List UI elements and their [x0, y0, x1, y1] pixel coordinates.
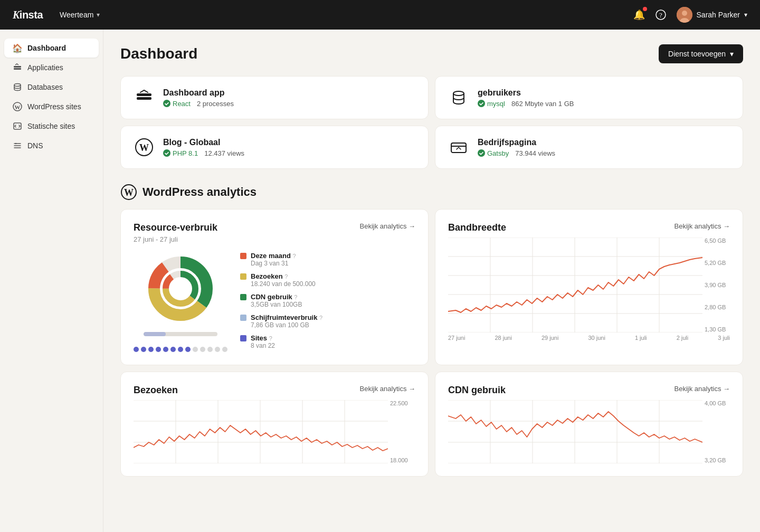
resource-card-header: Resource-verbruik Bekijk analytics →	[134, 222, 415, 233]
bandwidth-chart-area: 6,50 GB 5,20 GB 3,90 GB 2,80 GB 1,30 GB	[448, 238, 730, 332]
sidebar-item-databases[interactable]: Databases	[4, 78, 99, 97]
main-content: Dashboard Dienst toevoegen ▾ Dashboard a…	[103, 30, 760, 532]
sidebar-item-label: Applicaties	[27, 63, 63, 72]
sidebar-item-dashboard[interactable]: 🏠 Dashboard	[4, 39, 99, 58]
x-label: 27 juni	[448, 335, 465, 341]
dot	[163, 347, 168, 352]
legend-list: Deze maand ? Dag 3 van 31 Bezoeken ? 18.…	[240, 252, 415, 349]
dns-icon	[13, 141, 22, 150]
top-navigation: Kinsta Weerteam ▾ 🔔 ? Sarah Parker	[0, 0, 760, 30]
service-name: gebruikers	[478, 88, 730, 98]
db-icon	[448, 87, 469, 108]
legend-item-disk: Schijfruimteverbruik ? 7,86 GB van 100 G…	[240, 314, 415, 329]
visits-chart	[134, 400, 388, 463]
team-selector[interactable]: Weerteam ▾	[60, 11, 100, 19]
page-header: Dashboard Dienst toevoegen ▾	[120, 44, 743, 63]
user-name: Sarah Parker	[697, 11, 740, 19]
avatar	[677, 7, 692, 23]
cdn-y-labels: 4,00 GB 3,20 GB	[702, 400, 730, 463]
service-card-info: Blog - Globaal PHP 8.1 12.437 views	[163, 138, 415, 157]
status-badge: mysql	[478, 100, 505, 108]
dot	[193, 347, 198, 352]
service-card-blog[interactable]: W Blog - Globaal PHP 8.1 12.437 views	[120, 126, 429, 169]
legend-label: Bezoeken ?	[251, 272, 316, 280]
sidebar-item-label: Dashboard	[27, 44, 66, 52]
bandwidth-card: Bandbreedte Bekijk analytics →	[435, 209, 743, 365]
svg-point-7	[14, 84, 21, 87]
y-label: 22.500	[390, 400, 415, 406]
chevron-down-icon: ▾	[730, 50, 734, 58]
bandwidth-chart-wrapper: 6,50 GB 5,20 GB 3,90 GB 2,80 GB 1,30 GB …	[448, 238, 730, 341]
y-label: 3,20 GB	[705, 457, 730, 463]
bandwidth-analytics-link[interactable]: Bekijk analytics →	[674, 222, 730, 230]
status-badge: React	[163, 100, 191, 108]
visits-chart-svg	[134, 400, 388, 463]
visits-card: Bezoeken Bekijk analytics →	[120, 372, 429, 477]
applications-icon	[13, 63, 22, 72]
bandwidth-y-labels: 6,50 GB 5,20 GB 3,90 GB 2,80 GB 1,30 GB	[702, 238, 730, 332]
notifications-button[interactable]: 🔔	[633, 9, 645, 21]
legend-color	[240, 315, 246, 321]
legend-color	[240, 294, 246, 300]
visits-card-header: Bezoeken Bekijk analytics →	[134, 385, 415, 396]
service-card-dashboard-app[interactable]: Dashboard app React 2 processes	[120, 76, 429, 119]
chevron-down-icon: ▾	[97, 11, 100, 18]
dot	[200, 347, 205, 352]
service-name: Dashboard app	[163, 88, 415, 98]
service-card-info: gebruikers mysql 862 Mbyte van 1 GB	[478, 88, 730, 108]
resource-title: Resource-verbruik	[134, 222, 217, 233]
notification-badge	[643, 7, 647, 11]
service-name: Blog - Globaal	[163, 138, 415, 147]
service-detail: 2 processes	[197, 100, 234, 108]
status-badge: Gatsby	[478, 149, 509, 157]
dot	[207, 347, 213, 352]
analytics-section-header: W WordPress analytics	[120, 184, 743, 201]
home-icon: 🏠	[13, 43, 22, 53]
cdn-title: CDN gebruik	[448, 385, 506, 396]
sidebar-item-static[interactable]: Statische sites	[4, 117, 99, 136]
dot	[222, 347, 227, 352]
sidebar-item-dns[interactable]: DNS	[4, 136, 99, 155]
svg-rect-12	[137, 93, 151, 96]
svg-rect-6	[14, 68, 21, 70]
legend-color	[240, 253, 246, 259]
team-name: Weerteam	[60, 11, 93, 19]
add-service-button[interactable]: Dienst toevoegen ▾	[659, 44, 743, 63]
gatsby-icon	[448, 137, 469, 158]
sidebar-item-label: WordPress sites	[27, 102, 81, 111]
x-label: 30 juni	[588, 335, 605, 341]
service-detail: 862 Mbyte van 1 GB	[511, 100, 574, 108]
databases-icon	[13, 82, 22, 92]
resource-analytics-link[interactable]: Bekijk analytics →	[360, 222, 415, 230]
help-button[interactable]: ?	[656, 10, 666, 20]
cdn-chart-svg	[448, 400, 702, 463]
legend-color	[240, 273, 246, 280]
visits-analytics-link[interactable]: Bekijk analytics →	[360, 385, 415, 393]
x-label: 3 juli	[718, 335, 730, 341]
bandwidth-chart-svg	[448, 238, 702, 332]
legend-sub: Dag 3 van 31	[251, 260, 296, 267]
dot	[141, 347, 146, 352]
legend-color	[240, 335, 246, 341]
user-menu[interactable]: Sarah Parker ▾	[677, 7, 747, 23]
x-label: 1 juli	[635, 335, 647, 341]
sidebar-item-wordpress[interactable]: W WordPress sites	[4, 97, 99, 116]
service-card-gebruikers[interactable]: gebruikers mysql 862 Mbyte van 1 GB	[435, 76, 743, 119]
service-meta: PHP 8.1 12.437 views	[163, 149, 415, 157]
resource-body: Deze maand ? Dag 3 van 31 Bezoeken ? 18.…	[134, 252, 415, 352]
y-label: 4,00 GB	[705, 400, 730, 406]
bandwidth-card-header: Bandbreedte Bekijk analytics →	[448, 222, 730, 233]
service-detail: 73.944 views	[515, 149, 555, 157]
service-card-bedrijfspagina[interactable]: Bedrijfspagina Gatsby 73.944 views	[435, 126, 743, 169]
svg-point-11	[15, 143, 16, 144]
visits-y-labels: 22.500 18.000	[388, 400, 415, 463]
sites-dots	[134, 347, 227, 352]
status-badge: PHP 8.1	[163, 149, 198, 157]
cdn-analytics-link[interactable]: Bekijk analytics →	[674, 385, 730, 393]
service-detail: 12.437 views	[204, 149, 244, 157]
sidebar-item-applications[interactable]: Applicaties	[4, 58, 99, 77]
dot	[185, 347, 191, 352]
bandwidth-title: Bandbreedte	[448, 222, 506, 233]
visits-chart-area: 22.500 18.000	[134, 400, 415, 463]
legend-item-cdn: CDN gebruik ? 3,5GB van 100GB	[240, 293, 415, 308]
